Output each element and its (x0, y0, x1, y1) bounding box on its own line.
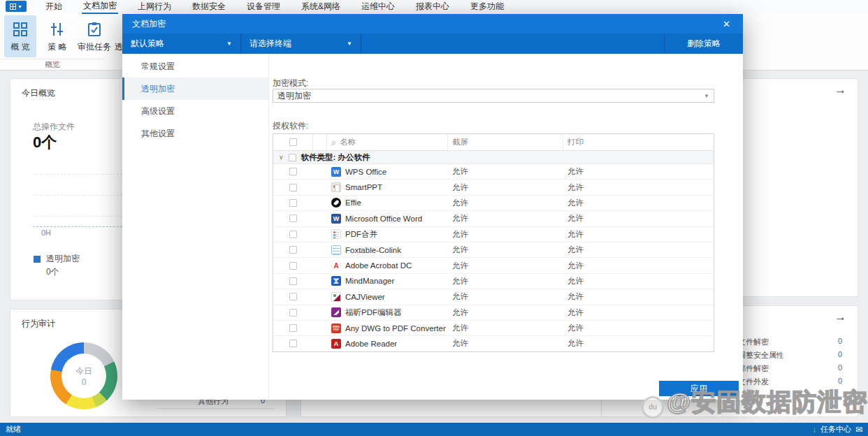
task-center-link[interactable]: 任务中心 (820, 424, 851, 435)
menu-tab-report-center[interactable]: 报表中心 (414, 0, 451, 13)
app-name: MindManager (345, 277, 394, 285)
clipboard-icon (85, 20, 103, 38)
foxtable-app-icon (331, 245, 341, 255)
software-group-row[interactable]: ∨ 软件类型: 办公软件 (273, 151, 714, 164)
row-checkbox[interactable] (273, 262, 313, 270)
print-permission: 允许 (563, 198, 714, 208)
menu-tab-device-management[interactable]: 设备管理 (245, 0, 282, 13)
checkbox-icon (289, 231, 297, 238)
table-row[interactable]: Adobe Acrobat DC允许允许 (273, 258, 714, 273)
authorized-software-table: ⌕ 名称 截屏 打印 ∨ 软件类型: 办公软件 WPS Office允许允许Sm… (273, 133, 714, 352)
total-files-label: 总操作文件 (33, 121, 75, 133)
screenshot-column-header[interactable]: 截屏 (448, 134, 563, 150)
sidebar-item-general-settings[interactable]: 常规设置 (122, 55, 268, 78)
table-row[interactable]: Foxtable-Colink允许允许 (273, 242, 714, 258)
table-row[interactable]: CAJViewer允许允许 (273, 289, 714, 305)
app-name-cell: SmartPPT (327, 182, 448, 192)
app-name: Foxtable-Colink (345, 246, 401, 254)
word-app-icon (331, 214, 341, 224)
sidebar-item-advanced-settings[interactable]: 高级设置 (122, 100, 268, 122)
encryption-mode-select[interactable]: 透明加密 ▼ (273, 89, 714, 103)
row-checkbox[interactable] (273, 324, 313, 332)
sidebar-item-transparent-encryption[interactable]: 透明加密 (122, 78, 268, 100)
arrow-right-icon[interactable]: → (834, 83, 846, 97)
app-name: 福昕PDF编辑器 (345, 307, 402, 318)
menu-tab-web-behavior[interactable]: 上网行为 (136, 0, 173, 13)
mail-icon[interactable]: ✉ (855, 425, 862, 435)
app-name: Microsoft Office Word (345, 215, 422, 223)
policy-dropdown[interactable]: 默认策略 ▼ (122, 34, 241, 54)
table-row[interactable]: Microsoft Office Word允许允许 (273, 211, 714, 226)
screenshot-permission: 允许 (448, 338, 563, 349)
row-checkbox[interactable] (273, 246, 313, 254)
row-checkbox[interactable] (273, 199, 313, 207)
app-menu-button[interactable]: ▼ (6, 1, 27, 12)
checkbox-icon (289, 215, 297, 222)
right-panel-row-value: 0 (838, 337, 842, 345)
ribbon-button-approval-tasks[interactable]: 审批任务 (78, 15, 110, 57)
cajviewer-app-icon (331, 292, 341, 302)
table-row[interactable]: 福昕PDF编辑器允许允许 (273, 305, 714, 321)
screenshot-permission: 允许 (448, 307, 563, 318)
menu-tab-ops-center[interactable]: 运维中心 (360, 0, 396, 13)
terminal-dropdown-value: 请选择终端 (249, 38, 291, 50)
row-checkbox[interactable] (273, 184, 313, 191)
arrow-right-icon[interactable]: → (834, 310, 846, 324)
row-checkbox[interactable] (273, 231, 313, 238)
sidebar-item-other-settings[interactable]: 其他设置 (122, 122, 268, 145)
close-icon[interactable]: ✕ (720, 19, 733, 29)
table-row[interactable]: Any DWG to PDF Converter允许允许 (273, 321, 714, 336)
row-checkbox[interactable] (273, 340, 313, 347)
grid-icon (11, 20, 29, 38)
effie-app-icon (331, 198, 341, 208)
anydwg-app-icon (331, 324, 341, 333)
right-panel-row-value: 0 (838, 363, 842, 372)
dialog-body: 常规设置透明加密高级设置其他设置 加密模式: 透明加密 ▼ 授权软件: ⌕ 名称… (122, 54, 743, 400)
screenshot-permission: 允许 (448, 323, 563, 333)
menu-tab-home[interactable]: 开始 (44, 0, 64, 13)
delete-policy-button[interactable]: 删除策略 (665, 34, 743, 54)
table-row[interactable]: Adobe Reader允许允许 (273, 336, 714, 351)
name-search-field[interactable]: ⌕ 名称 (327, 134, 448, 150)
expander-column-header (313, 134, 327, 150)
table-row[interactable]: PDF合并允许允许 (273, 227, 714, 242)
menu-tab-data-security[interactable]: 数据安全 (191, 0, 227, 13)
chevron-down-icon: ▼ (226, 41, 232, 47)
table-row[interactable]: MindManager允许允许 (273, 274, 714, 289)
print-column-header[interactable]: 打印 (563, 134, 714, 150)
row-checkbox[interactable] (273, 309, 313, 317)
row-checkbox[interactable] (273, 277, 313, 285)
ribbon-button-overview[interactable]: 概 览 (4, 15, 36, 57)
row-checkbox[interactable] (273, 293, 313, 300)
table-row[interactable]: SmartPPT允许允许 (273, 180, 714, 195)
checkbox-icon (289, 199, 297, 207)
screenshot-permission: 允许 (448, 261, 563, 271)
table-header: ⌕ 名称 截屏 打印 (273, 134, 714, 151)
download-arrow-icon[interactable]: ↓ (812, 425, 816, 435)
menu-tab-more-functions[interactable]: 更多功能 (469, 0, 505, 13)
row-checkbox[interactable] (273, 168, 313, 175)
right-panel-row-value: 0 (838, 377, 842, 385)
row-checkbox[interactable] (273, 215, 313, 222)
table-row[interactable]: Effie允许允许 (273, 196, 714, 211)
right-panel-row-value: 0 (838, 350, 842, 358)
app-name-cell: 福昕PDF编辑器 (327, 307, 448, 318)
select-all-checkbox[interactable] (273, 134, 313, 150)
terminal-dropdown[interactable]: 请选择终端 ▼ (241, 34, 361, 54)
apply-button[interactable]: 应用 (659, 381, 739, 396)
print-permission: 允许 (563, 229, 714, 240)
chevron-expand-icon[interactable]: ∨ (279, 154, 284, 161)
acrobat-app-icon (331, 261, 341, 270)
encryption-mode-value: 透明加密 (277, 90, 311, 102)
ribbon-button-policy[interactable]: 策 略 (41, 15, 73, 57)
menu-tabs: 开始文档加密上网行为数据安全设备管理系统&网络运维中心报表中心更多功能 (44, 0, 523, 13)
screenshot-permission: 允许 (448, 276, 563, 286)
table-row[interactable]: WPS Office允许允许 (273, 164, 714, 180)
group-checkbox[interactable] (289, 154, 296, 161)
screenshot-permission: 允许 (448, 166, 563, 177)
menu-tab-system-network[interactable]: 系统&网络 (300, 0, 342, 13)
chevron-down-icon: ▼ (17, 4, 22, 9)
menu-tab-doc-encryption[interactable]: 文档加密 (82, 0, 118, 14)
app-name-cell: Adobe Reader (327, 339, 448, 349)
print-permission: 允许 (563, 213, 714, 224)
